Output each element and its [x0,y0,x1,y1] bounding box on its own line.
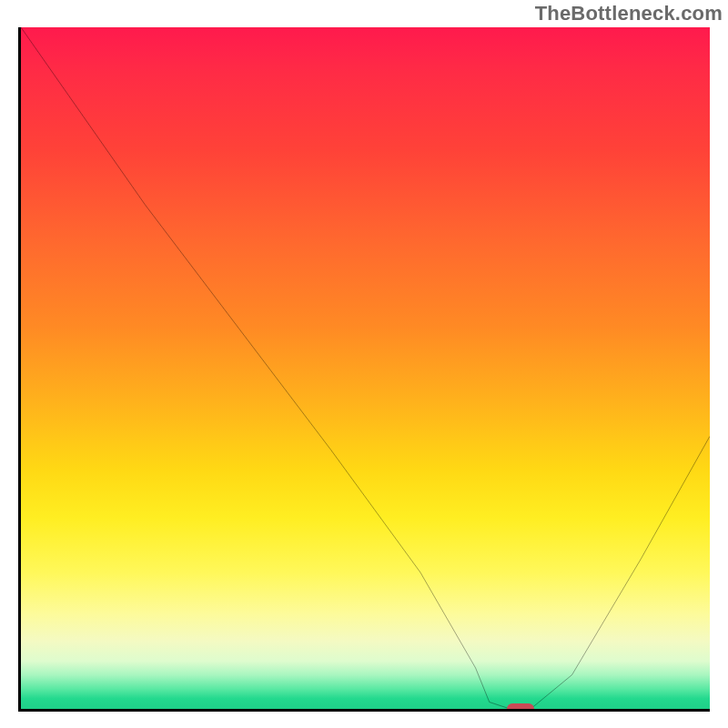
bottleneck-curve [21,27,710,709]
optimal-point-marker [507,703,534,712]
watermark-text: TheBottleneck.com [535,2,723,25]
chart-area [18,27,710,712]
